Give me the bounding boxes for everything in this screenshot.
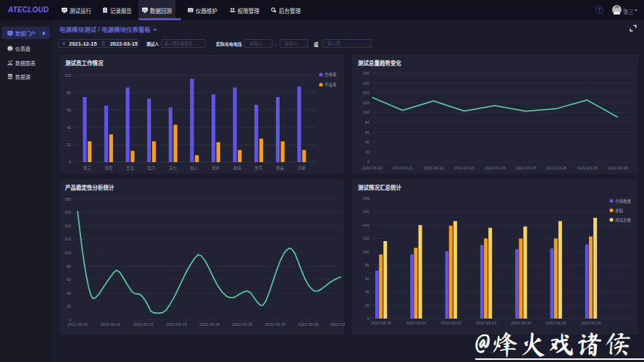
- svg-text:2022-03-24: 2022-03-24: [199, 321, 219, 327]
- svg-text:120: 120: [363, 235, 369, 241]
- svg-text:2022-03-22: 2022-03-22: [423, 165, 443, 171]
- svg-text:2022-03-23: 2022-03-23: [476, 320, 496, 326]
- svg-text:王五: 王五: [126, 165, 135, 171]
- svg-text:40: 40: [365, 289, 369, 295]
- svg-text:2022-03-24: 2022-03-24: [485, 165, 505, 171]
- svg-text:张宇: 张宇: [212, 165, 220, 171]
- svg-text:2022-03-20: 2022-03-20: [371, 320, 391, 326]
- svg-text:2022-03-21: 2022-03-21: [393, 165, 413, 171]
- svg-text:100: 100: [363, 249, 369, 255]
- svg-text:40: 40: [365, 139, 369, 145]
- svg-text:0: 0: [367, 159, 369, 164]
- svg-text:2022-03-25: 2022-03-25: [577, 165, 598, 171]
- svg-text:2022-03-22: 2022-03-22: [133, 321, 154, 327]
- svg-text:60: 60: [67, 107, 71, 113]
- svg-text:2022-03-23: 2022-03-23: [166, 321, 186, 327]
- svg-text:20: 20: [365, 303, 369, 308]
- svg-text:60: 60: [67, 277, 71, 282]
- svg-text:160: 160: [363, 80, 369, 86]
- svg-text:0: 0: [367, 316, 369, 321]
- svg-text:2022-03-20: 2022-03-20: [67, 321, 88, 327]
- svg-text:携美: 携美: [276, 165, 285, 171]
- svg-text:赵倩: 赵倩: [233, 165, 242, 171]
- svg-text:友军: 友军: [254, 165, 263, 171]
- svg-text:求和: 求和: [615, 208, 623, 214]
- svg-text:2022-03-25: 2022-03-25: [232, 321, 252, 327]
- svg-text:合格率: 合格率: [325, 72, 337, 77]
- svg-text:100: 100: [64, 72, 71, 78]
- svg-text:80: 80: [67, 264, 71, 269]
- svg-text:不良率: 不良率: [325, 82, 337, 88]
- svg-text:2022-03-20: 2022-03-20: [361, 165, 382, 171]
- svg-text:140: 140: [363, 90, 369, 96]
- svg-text:100: 100: [363, 109, 369, 115]
- svg-text:2022-03-26: 2022-03-26: [581, 320, 601, 326]
- svg-text:2022-03-26: 2022-03-26: [546, 165, 566, 171]
- svg-text:20: 20: [67, 142, 71, 148]
- svg-text:140: 140: [363, 222, 369, 228]
- svg-text:2022-03-25: 2022-03-25: [298, 321, 318, 327]
- svg-text:0: 0: [69, 159, 71, 165]
- svg-text:张三: 张三: [83, 165, 92, 171]
- svg-text:辛斯: 辛斯: [298, 165, 306, 171]
- svg-text:2022-03-21: 2022-03-21: [100, 321, 120, 327]
- svg-text:合格数量: 合格数量: [615, 198, 632, 204]
- svg-text:40: 40: [67, 290, 71, 296]
- svg-text:160: 160: [64, 209, 71, 215]
- svg-text:80: 80: [365, 262, 369, 268]
- svg-text:2022-03-25: 2022-03-25: [545, 320, 566, 326]
- svg-text:180: 180: [363, 195, 369, 201]
- svg-text:2022-03-25: 2022-03-25: [516, 165, 536, 171]
- svg-text:2022-03-26: 2022-03-26: [265, 321, 285, 327]
- svg-text:2022-03-23: 2022-03-23: [454, 165, 474, 171]
- svg-text:测试总量: 测试总量: [615, 217, 632, 223]
- svg-text:2022-03-26: 2022-03-26: [608, 165, 628, 171]
- svg-text:20: 20: [365, 149, 369, 155]
- svg-text:2022-03: 2022-03: [330, 321, 345, 327]
- svg-text:李四: 李四: [104, 165, 112, 171]
- svg-text:180: 180: [64, 196, 71, 202]
- svg-text:160: 160: [363, 209, 369, 214]
- svg-text:140: 140: [64, 223, 71, 229]
- svg-text:陆六: 陆六: [147, 165, 156, 171]
- svg-text:20: 20: [67, 303, 71, 309]
- svg-text:2022-03-22: 2022-03-22: [441, 320, 461, 326]
- svg-text:赵八: 赵八: [191, 165, 199, 171]
- svg-text:80: 80: [67, 90, 71, 96]
- svg-text:60: 60: [365, 276, 369, 282]
- svg-text:120: 120: [64, 236, 71, 242]
- svg-text:2022-03-24: 2022-03-24: [511, 320, 531, 326]
- svg-text:180: 180: [363, 70, 369, 76]
- svg-text:40: 40: [67, 125, 71, 130]
- svg-text:冯七: 冯七: [169, 165, 177, 171]
- svg-text:80: 80: [365, 119, 369, 125]
- svg-text:100: 100: [64, 250, 71, 256]
- svg-text:120: 120: [363, 100, 369, 106]
- svg-text:60: 60: [365, 130, 369, 135]
- svg-text:2022-03-21: 2022-03-21: [406, 320, 426, 326]
